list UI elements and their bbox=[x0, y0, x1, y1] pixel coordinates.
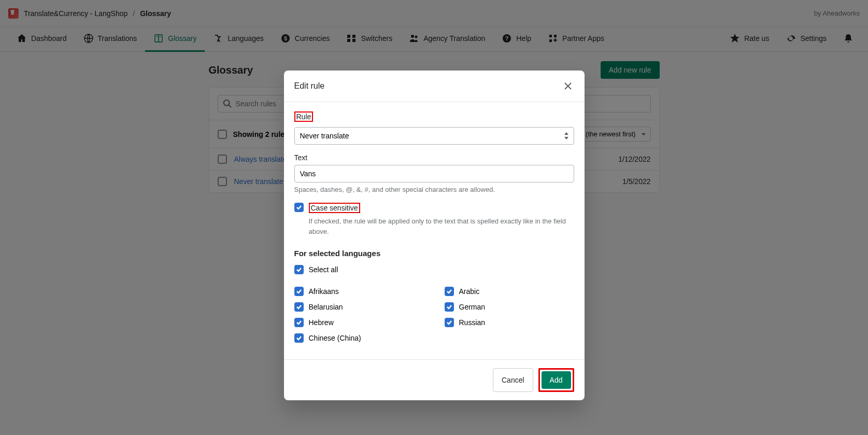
add-button[interactable]: Add bbox=[542, 371, 571, 389]
case-sensitive-label: Case sensitive bbox=[309, 203, 360, 213]
lang-checkbox[interactable] bbox=[445, 302, 454, 312]
lang-checkbox[interactable] bbox=[445, 318, 454, 327]
lang-checkbox[interactable] bbox=[294, 287, 304, 296]
case-sensitive-hint: If checked, the rule will be applied onl… bbox=[309, 216, 574, 236]
modal-overlay: Edit rule Rule Never translate Text Spac… bbox=[0, 0, 868, 435]
lang-label: German bbox=[459, 303, 486, 311]
rule-select[interactable]: Never translate bbox=[294, 127, 574, 145]
lang-label: Belarusian bbox=[309, 303, 343, 311]
check-icon bbox=[296, 288, 302, 294]
cancel-button[interactable]: Cancel bbox=[493, 368, 533, 392]
rule-label: Rule bbox=[294, 111, 314, 122]
close-button[interactable] bbox=[562, 80, 574, 92]
text-label: Text bbox=[294, 153, 308, 162]
lang-column-right: Arabic German Russian bbox=[445, 287, 574, 349]
lang-label: Afrikaans bbox=[309, 287, 339, 296]
lang-column-left: Afrikaans Belarusian Hebrew Chinese (Chi… bbox=[294, 287, 424, 349]
check-icon bbox=[296, 204, 302, 211]
check-icon bbox=[296, 319, 302, 326]
modal-title: Edit rule bbox=[294, 81, 325, 91]
select-all-languages-checkbox[interactable] bbox=[294, 265, 304, 274]
lang-label: Arabic bbox=[459, 287, 480, 296]
select-all-label: Select all bbox=[309, 265, 338, 274]
lang-checkbox[interactable] bbox=[294, 333, 304, 343]
check-icon bbox=[296, 266, 302, 273]
lang-checkbox[interactable] bbox=[294, 302, 304, 312]
lang-label: Hebrew bbox=[309, 318, 334, 327]
check-icon bbox=[446, 288, 452, 294]
lang-checkbox[interactable] bbox=[445, 287, 454, 296]
check-icon bbox=[296, 304, 302, 310]
lang-label: Chinese (China) bbox=[309, 334, 361, 342]
case-sensitive-checkbox[interactable] bbox=[294, 203, 304, 212]
close-icon bbox=[563, 81, 573, 91]
check-icon bbox=[446, 304, 452, 310]
text-input[interactable] bbox=[294, 165, 574, 183]
lang-checkbox[interactable] bbox=[294, 318, 304, 327]
check-icon bbox=[446, 319, 452, 326]
text-hint: Spaces, dashes, @, &, #, and other speci… bbox=[294, 186, 574, 193]
lang-label: Russian bbox=[459, 318, 486, 327]
languages-section-title: For selected languages bbox=[294, 249, 574, 258]
check-icon bbox=[296, 335, 302, 341]
edit-rule-modal: Edit rule Rule Never translate Text Spac… bbox=[284, 71, 585, 400]
